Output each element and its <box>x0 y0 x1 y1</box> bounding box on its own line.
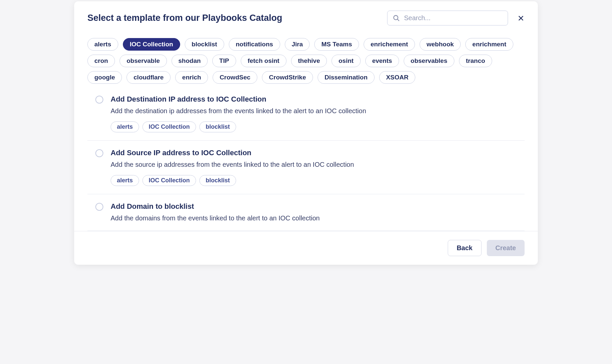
template-title: Add Destination IP address to IOC Collec… <box>111 95 525 104</box>
template-content: Add Destination IP address to IOC Collec… <box>111 95 525 132</box>
template-content: Add Source IP address to IOC CollectionA… <box>111 149 525 186</box>
template-description: Add the source ip addresses from the eve… <box>111 160 525 169</box>
filter-tag[interactable]: enrich <box>175 71 208 84</box>
modal-footer: Back Create <box>74 231 538 265</box>
template-tags: alertsIOC Collectionblocklist <box>111 175 525 186</box>
create-button[interactable]: Create <box>487 240 525 256</box>
close-button[interactable] <box>517 15 525 22</box>
filter-tag[interactable]: blocklist <box>185 38 224 51</box>
header-right <box>387 11 525 25</box>
filter-tag[interactable]: CrowdSec <box>213 71 257 84</box>
template-item: Add Source IP address to IOC CollectionA… <box>87 141 525 194</box>
filter-tags-section: alertsIOC Collectionblocklistnotificatio… <box>74 32 538 87</box>
filter-tag[interactable]: XSOAR <box>379 71 416 84</box>
search-input[interactable] <box>404 14 502 22</box>
filter-tag[interactable]: thehive <box>291 55 327 67</box>
template-title: Add Source IP address to IOC Collection <box>111 149 525 157</box>
template-tag: IOC Collection <box>142 121 196 132</box>
template-item: Add Destination IP address to IOC Collec… <box>87 87 525 141</box>
filter-tag[interactable]: enrichment <box>465 38 513 51</box>
playbook-template-modal: Select a template from our Playbooks Cat… <box>74 1 538 265</box>
filter-tag[interactable]: observable <box>120 55 167 67</box>
template-description: Add the destination ip addresses from th… <box>111 106 525 115</box>
svg-line-1 <box>397 19 399 21</box>
search-box[interactable] <box>387 11 508 25</box>
back-button[interactable]: Back <box>448 240 482 256</box>
close-icon <box>517 15 525 22</box>
filter-tag[interactable]: Jira <box>285 38 310 51</box>
template-content: Add Domain to blocklistAdd the domains f… <box>111 202 525 223</box>
filter-tag[interactable]: cloudflare <box>127 71 171 84</box>
filter-tag[interactable]: Dissemination <box>318 71 375 84</box>
template-tags: alertsIOC Collectionblocklist <box>111 121 525 132</box>
filter-tag[interactable]: TIP <box>212 55 236 67</box>
template-radio[interactable] <box>95 203 103 211</box>
template-tag: alerts <box>111 121 139 132</box>
filter-tag[interactable]: fetch osint <box>241 55 286 67</box>
filter-tag[interactable]: osint <box>332 55 360 67</box>
search-icon <box>393 15 400 22</box>
template-tag: blocklist <box>199 175 236 186</box>
filter-tag[interactable]: tranco <box>459 55 492 67</box>
filter-tag[interactable]: events <box>365 55 399 67</box>
template-list: Add Destination IP address to IOC Collec… <box>74 87 538 231</box>
svg-point-0 <box>394 15 398 20</box>
filter-tag[interactable]: cron <box>87 55 115 67</box>
modal-title: Select a template from our Playbooks Cat… <box>87 13 282 23</box>
template-description: Add the domains from the events linked t… <box>111 213 525 223</box>
template-tag: blocklist <box>199 121 236 132</box>
template-tag: IOC Collection <box>142 175 196 186</box>
filter-tag[interactable]: IOC Collection <box>123 38 180 51</box>
template-item: Add Domain to blocklistAdd the domains f… <box>87 194 525 231</box>
filter-tag[interactable]: webhook <box>420 38 461 51</box>
template-radio[interactable] <box>95 149 103 157</box>
filter-tag[interactable]: enrichement <box>364 38 415 51</box>
filter-tag[interactable]: notifications <box>229 38 280 51</box>
template-title: Add Domain to blocklist <box>111 202 525 211</box>
filter-tag[interactable]: google <box>87 71 122 84</box>
modal-header: Select a template from our Playbooks Cat… <box>74 1 538 32</box>
filter-tag[interactable]: observables <box>404 55 454 67</box>
filter-tag[interactable]: CrowdStrike <box>262 71 313 84</box>
template-radio[interactable] <box>95 96 103 104</box>
filter-tag[interactable]: alerts <box>87 38 118 51</box>
template-tag: alerts <box>111 175 139 186</box>
filter-tag[interactable]: shodan <box>172 55 208 67</box>
filter-tag[interactable]: MS Teams <box>314 38 359 51</box>
